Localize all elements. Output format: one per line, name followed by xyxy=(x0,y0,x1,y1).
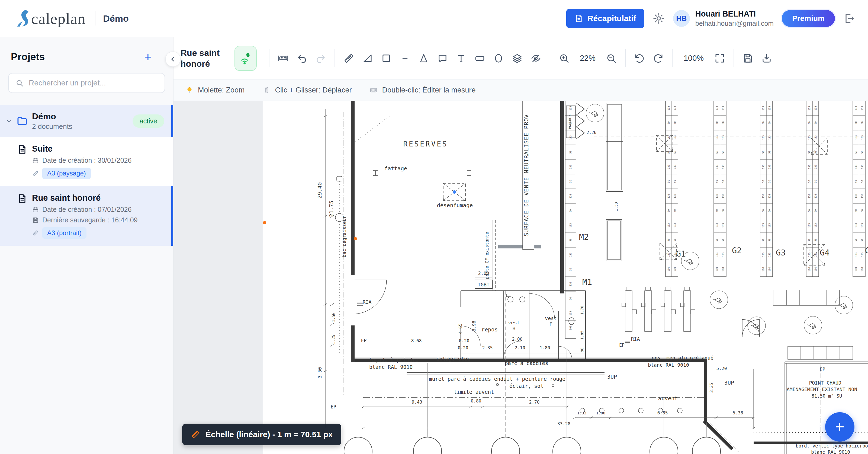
plan-canvas[interactable]: 1335013350133501335013350133501335013310… xyxy=(174,101,868,454)
line-tool-button[interactable] xyxy=(397,51,412,66)
scaleplan-logo[interactable]: caleplan xyxy=(15,9,86,28)
svg-text:0.20: 0.20 xyxy=(459,338,469,343)
svg-text:50: 50 xyxy=(814,180,817,183)
svg-text:vest: vest xyxy=(508,320,520,326)
svg-text:50: 50 xyxy=(861,121,864,124)
search-input[interactable] xyxy=(29,79,158,87)
svg-text:133: 133 xyxy=(569,252,572,257)
svg-text:133: 133 xyxy=(814,194,817,198)
svg-text:50: 50 xyxy=(808,180,811,183)
svg-text:éclair, sol: éclair, sol xyxy=(509,383,544,389)
zoom-in-button[interactable] xyxy=(557,51,572,66)
document-saved: Dernière sauvegarde : 16:44:09 xyxy=(42,216,138,224)
svg-text:90: 90 xyxy=(580,348,584,352)
zoom-out-button[interactable] xyxy=(604,51,619,66)
layers-button[interactable] xyxy=(509,51,525,66)
rotate-cw-button[interactable] xyxy=(651,51,666,66)
svg-text:133: 133 xyxy=(768,164,771,169)
svg-text:1.50: 1.50 xyxy=(614,202,618,211)
svg-text:50: 50 xyxy=(814,209,817,212)
svg-text:3.98: 3.98 xyxy=(471,321,476,331)
svg-text:133: 133 xyxy=(814,135,817,140)
ellipse-tool-button[interactable] xyxy=(491,51,506,66)
svg-text:M2: M2 xyxy=(579,232,589,242)
add-project-button[interactable]: + xyxy=(144,52,152,62)
sidebar-document-rue-saint-honore[interactable]: Rue saint honoré Date de création : 07/0… xyxy=(0,186,173,246)
ruler-tool-button[interactable] xyxy=(341,51,356,66)
sidebar-document-suite[interactable]: Suite Date de création : 30/01/2026 A3 (… xyxy=(0,137,173,186)
toolbar-divider xyxy=(269,49,270,67)
svg-text:1.25: 1.25 xyxy=(331,335,336,344)
svg-text:limite auvent: limite auvent xyxy=(454,389,494,395)
comment-tool-button[interactable] xyxy=(435,51,450,66)
svg-text:50: 50 xyxy=(808,121,811,124)
document-title: Suite xyxy=(32,144,131,154)
svg-text:133: 133 xyxy=(808,164,811,169)
svg-text:133: 133 xyxy=(855,194,858,198)
svg-text:50: 50 xyxy=(855,151,858,154)
redo-button[interactable] xyxy=(313,51,328,66)
status-badge: active xyxy=(132,115,164,128)
svg-text:8.68: 8.68 xyxy=(411,338,422,343)
svg-text:50: 50 xyxy=(722,239,724,242)
premium-badge[interactable]: Premium xyxy=(782,10,835,27)
sidebar-collapse-button[interactable] xyxy=(165,52,181,67)
svg-text:133: 133 xyxy=(814,106,817,110)
svg-text:50: 50 xyxy=(762,151,765,154)
keyboard-icon xyxy=(370,86,378,94)
logout-button[interactable] xyxy=(843,12,855,24)
document-icon xyxy=(17,193,28,204)
svg-text:50: 50 xyxy=(861,209,864,212)
svg-text:RIA: RIA xyxy=(631,336,640,342)
connection-status-button[interactable] xyxy=(235,46,257,71)
hint-edit: Double-clic: Éditer la mesure xyxy=(370,86,475,94)
project-search[interactable] xyxy=(8,73,165,93)
save-button[interactable] xyxy=(740,51,755,66)
svg-text:1.80: 1.80 xyxy=(596,411,605,415)
rounded-rect-tool-button[interactable] xyxy=(472,51,487,66)
add-measure-fab[interactable] xyxy=(825,412,855,442)
document-created: Date de création : 30/01/2026 xyxy=(42,156,131,164)
svg-text:G3: G3 xyxy=(776,248,785,258)
svg-text:133: 133 xyxy=(716,106,718,110)
download-button[interactable] xyxy=(759,51,774,66)
recap-button[interactable]: Récapitulatif xyxy=(566,9,644,28)
rectangle-tool-button[interactable] xyxy=(379,51,394,66)
svg-text:50: 50 xyxy=(814,151,817,154)
svg-text:50: 50 xyxy=(569,180,572,183)
gear-icon xyxy=(652,12,665,25)
svg-text:50: 50 xyxy=(716,180,718,183)
svg-text:9.43: 9.43 xyxy=(412,399,422,405)
svg-text:façade à peindre: façade à peindre xyxy=(369,357,418,363)
fullscreen-button[interactable] xyxy=(712,51,727,66)
svg-text:50: 50 xyxy=(768,151,771,154)
hide-measures-button[interactable] xyxy=(528,51,544,66)
svg-text:ens. men alu prélaqué: ens. men alu prélaqué xyxy=(652,355,713,361)
ruler-icon xyxy=(191,430,200,439)
sidebar-project-demo[interactable]: Démo 2 documents active xyxy=(0,105,173,137)
settings-button[interactable] xyxy=(652,12,665,25)
zoom-reset[interactable]: 100% xyxy=(679,54,709,63)
triangle-tool-button[interactable] xyxy=(416,51,431,66)
rotate-ccw-button[interactable] xyxy=(632,51,647,66)
dimension-tool-button[interactable] xyxy=(276,51,291,66)
svg-text:133: 133 xyxy=(716,194,718,198)
text-tool-button[interactable] xyxy=(454,51,469,66)
svg-text:50: 50 xyxy=(808,151,811,154)
svg-text:133: 133 xyxy=(855,164,858,169)
scale-tooltip-text: Échelle (linéaire) - 1 m = 70.51 px xyxy=(206,430,333,439)
svg-text:50: 50 xyxy=(814,121,817,124)
svg-text:EP: EP xyxy=(331,404,336,410)
svg-text:50: 50 xyxy=(668,239,670,242)
svg-text:50: 50 xyxy=(722,121,724,124)
svg-text:133: 133 xyxy=(668,164,670,169)
toolbar-divider xyxy=(672,49,673,67)
svg-text:50: 50 xyxy=(674,151,676,154)
chevron-down-icon[interactable] xyxy=(5,117,12,124)
angle-tool-button[interactable] xyxy=(360,51,375,66)
avatar[interactable]: HB xyxy=(673,10,690,27)
svg-text:blanc RAL 9010: blanc RAL 9010 xyxy=(811,449,850,454)
svg-text:50: 50 xyxy=(722,180,724,183)
svg-text:50: 50 xyxy=(762,121,765,124)
undo-button[interactable] xyxy=(294,51,310,66)
